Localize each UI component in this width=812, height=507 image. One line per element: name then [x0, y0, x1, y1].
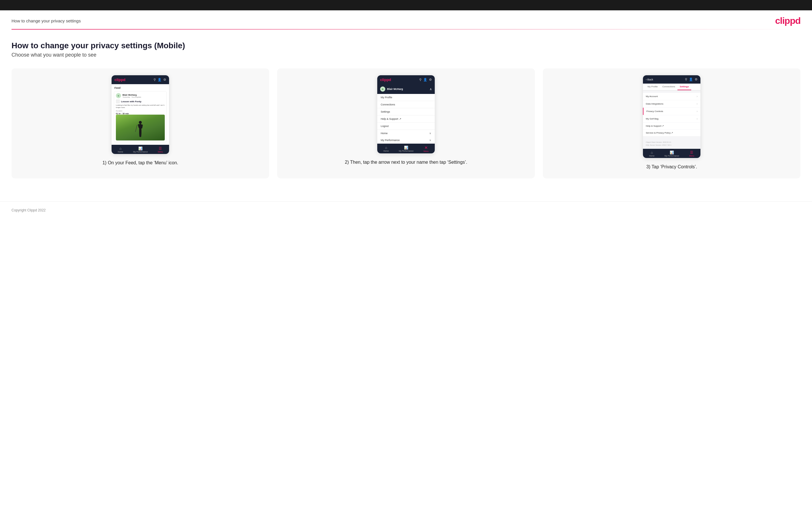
nav-performance: 📊 My Performance [133, 147, 148, 153]
privacy-controls-label: Privacy Controls [646, 110, 663, 113]
chevron-right-icon-3: › [697, 110, 698, 113]
settings-row-privacy-controls[interactable]: Privacy Controls › [643, 108, 701, 115]
home-icon-3: ⌂ [651, 151, 653, 155]
logout-label: Logout [381, 125, 389, 127]
performance-icon-2: 📊 [404, 146, 408, 150]
svg-rect-5 [140, 129, 142, 134]
phone-bottomnav-3: ⌂ Home 📊 My Performance ☰ Menu [643, 149, 701, 158]
chevron-down-icon: ∨ [429, 132, 431, 135]
version-info: Clippd Client Version: 2022.8.3-3 GQL Se… [643, 139, 701, 149]
phone-menu-overlay: My Profile Connections Settings Help & S… [377, 94, 435, 144]
nav-performance-3: 📊 My Performance [664, 151, 679, 157]
menu-username: Blair McHarg [387, 88, 403, 91]
performance-icon-3: 📊 [670, 151, 674, 155]
phone-settings-content: My Account › Data Integrations › Privacy… [643, 91, 701, 149]
golf-image [116, 115, 165, 140]
tab-my-profile[interactable]: My Profile [645, 83, 660, 90]
home-icon-2: ⌂ [385, 146, 387, 150]
user-info: Blair McHarg Yesterday · Sunningdale [122, 94, 141, 98]
settings-list: My Account › Data Integrations › Privacy… [643, 91, 701, 139]
settings-row-service[interactable]: Service & Privacy Policy ↗ [643, 129, 701, 136]
chevron-down-icon-2: ∨ [429, 139, 431, 142]
steps-grid: clippd ⚲ 👤 ⚙ Feed B Blair McHarg [11, 68, 801, 178]
phone-logo-2: clippd [380, 77, 391, 82]
data-integrations-label: Data Integrations [646, 103, 663, 105]
nav-performance-label-2: My Performance [399, 150, 413, 152]
nav-performance-2: 📊 My Performance [399, 146, 413, 152]
breadcrumb: How to change your privacy settings [11, 18, 81, 23]
settings-icon-3: ⚙ [695, 77, 698, 81]
phone-settings-tabs: My Profile Connections Settings [643, 83, 701, 91]
duration-value: 01 hr : 30 min [116, 113, 165, 115]
logo: clippd [775, 15, 801, 26]
settings-row-help[interactable]: Help & Support ↗ [643, 123, 701, 129]
menu-settings: Settings [377, 108, 435, 115]
phone-menu-user: B Blair McHarg ∧ [377, 84, 435, 94]
menu-my-profile: My Profile [377, 94, 435, 101]
phone-topbar-2: clippd ⚲ 👤 ⚙ [377, 75, 435, 84]
header: How to change your privacy settings clip… [0, 10, 812, 29]
svg-line-8 [136, 125, 137, 132]
post-title: Lesson with Fordy [116, 99, 165, 103]
close-icon: ✕ [424, 145, 428, 150]
settings-row-my-golf-bag[interactable]: My Golf Bag › [643, 115, 701, 122]
phone-icons-1: ⚲ 👤 ⚙ [154, 78, 166, 81]
main-content: How to change your privacy settings (Mob… [0, 30, 812, 199]
client-version: Clippd Client Version: 2022.8.3-3 [646, 141, 698, 144]
search-icon-3: ⚲ [685, 77, 687, 81]
nav-home-label-3: Home [649, 155, 654, 157]
top-bar [0, 0, 812, 10]
settings-row-data-integrations[interactable]: Data Integrations › [643, 100, 701, 107]
phone-settings-back: ‹ Back ⚲ 👤 ⚙ [643, 75, 701, 83]
nav-menu-label: Menu [158, 151, 163, 153]
nav-menu-label-3: Menu [689, 155, 695, 157]
chevron-right-icon-1: › [697, 95, 698, 98]
page-title: How to change your privacy settings (Mob… [11, 41, 801, 50]
profile-icon-2: 👤 [423, 78, 427, 81]
settings-icon: ⚙ [163, 78, 166, 81]
service-privacy-label: Service & Privacy Policy ↗ [646, 131, 673, 134]
lesson-icon [116, 99, 120, 103]
step-1-card: clippd ⚲ 👤 ⚙ Feed B Blair McHarg [11, 68, 269, 178]
phone-icons-3: ⚲ 👤 ⚙ [685, 77, 698, 81]
section-home-label: Home [381, 132, 388, 135]
my-profile-label: My Profile [381, 96, 392, 99]
golfer-silhouette [135, 120, 146, 140]
user-location: Yesterday · Sunningdale [122, 96, 141, 98]
step-2-caption: 2) Then, tap the arrow next to your name… [345, 159, 467, 165]
menu-expand-icon: ∧ [429, 87, 432, 91]
help-label: Help & Support ↗ [381, 117, 401, 120]
username: Blair McHarg [122, 94, 141, 96]
performance-icon: 📊 [138, 147, 143, 151]
chevron-right-icon-2: › [697, 102, 698, 105]
server-version: GQL Server Version: 2022.7.30-1 [646, 144, 698, 147]
phone-icons-2: ⚲ 👤 ⚙ [419, 78, 432, 81]
nav-menu: ☰ Menu [158, 147, 163, 153]
step-1-caption: 1) On your Feed, tap the ‘Menu’ icon. [102, 160, 178, 166]
svg-point-0 [139, 121, 142, 124]
menu-logout: Logout [377, 123, 435, 130]
phone-bottomnav-2: ⌂ Home 📊 My Performance ✕ Menu [377, 144, 435, 153]
nav-home: ⌂ Home [117, 147, 123, 153]
tab-settings[interactable]: Settings [677, 83, 691, 90]
phone-mockup-3: ‹ Back ⚲ 👤 ⚙ My Profile Connections Sett… [643, 75, 701, 158]
menu-connections: Connections [377, 101, 435, 108]
back-button: ‹ Back [646, 78, 653, 81]
menu-section-home: Home ∨ [377, 130, 435, 137]
phone-mockup-1: clippd ⚲ 👤 ⚙ Feed B Blair McHarg [111, 75, 169, 154]
settings-row-my-account[interactable]: My Account › [643, 93, 701, 100]
tab-connections[interactable]: Connections [660, 83, 677, 90]
section-performance-label: My Performance [381, 139, 400, 142]
menu-user-info: B Blair McHarg [380, 87, 403, 92]
profile-icon-3: 👤 [689, 77, 693, 81]
step-3-card: ‹ Back ⚲ 👤 ⚙ My Profile Connections Sett… [543, 68, 801, 178]
post-body: Looking to feel like my hands are exitin… [116, 104, 165, 109]
my-account-label: My Account [646, 95, 658, 98]
nav-home-2: ⌂ Home [383, 146, 389, 152]
nav-home-label-2: Home [383, 150, 389, 152]
footer: Copyright Clippd 2022 [0, 202, 812, 218]
feed-label: Feed [114, 87, 167, 89]
step-3-caption: 3) Tap ‘Privacy Controls’. [646, 164, 697, 170]
nav-home-label: Home [117, 151, 123, 153]
settings-icon-2: ⚙ [429, 78, 432, 81]
